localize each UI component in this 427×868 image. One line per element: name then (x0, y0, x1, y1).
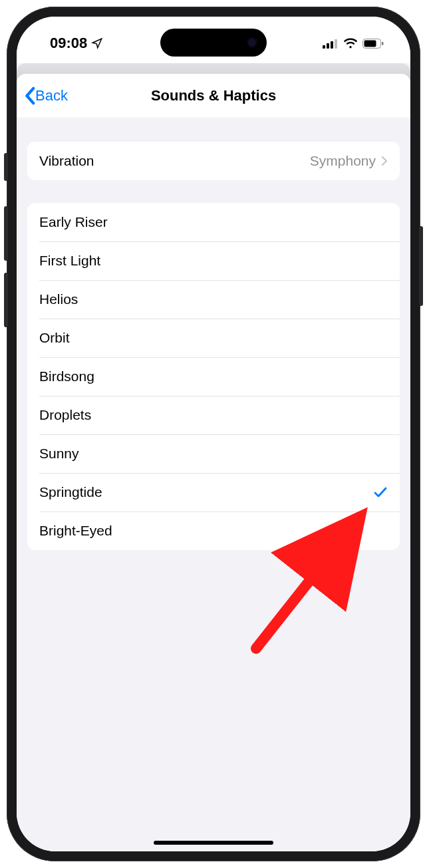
settings-sheet: Back Sounds & Haptics Vibration Symphony (17, 74, 410, 851)
sound-label: Orbit (39, 330, 70, 346)
sound-option[interactable]: Helios (27, 280, 400, 319)
sound-label: Droplets (39, 407, 91, 423)
vibration-label: Vibration (39, 153, 94, 169)
location-icon (91, 37, 103, 49)
sound-label: First Light (39, 253, 100, 269)
sound-option[interactable]: Springtide (27, 473, 400, 511)
sound-option[interactable]: Early Riser (27, 203, 400, 241)
sound-label: Early Riser (39, 214, 108, 230)
vibration-value: Symphony (310, 153, 376, 169)
sound-option[interactable]: Orbit (27, 319, 400, 357)
vibration-group: Vibration Symphony (27, 142, 400, 180)
status-time: 09:08 (50, 35, 87, 52)
svg-rect-2 (331, 41, 333, 49)
svg-rect-1 (327, 43, 329, 49)
sound-option[interactable]: Sunny (27, 434, 400, 473)
svg-rect-3 (335, 39, 337, 49)
sound-option[interactable]: Droplets (27, 396, 400, 434)
sound-label: Helios (39, 291, 78, 307)
phone-frame: 09:08 (7, 7, 420, 861)
front-camera (247, 37, 257, 48)
chevron-right-icon (381, 156, 388, 166)
sound-label: Birdsong (39, 368, 94, 384)
sound-label: Springtide (39, 484, 102, 500)
battery-icon (362, 39, 384, 49)
back-button[interactable]: Back (21, 74, 72, 117)
mute-switch (4, 153, 8, 181)
sounds-group: Early RiserFirst LightHeliosOrbitBirdson… (27, 203, 400, 550)
sound-option[interactable]: Birdsong (27, 357, 400, 396)
checkmark-icon (373, 486, 388, 499)
home-indicator[interactable] (154, 841, 273, 845)
nav-bar: Back Sounds & Haptics (17, 74, 410, 118)
power-button (419, 226, 423, 306)
vibration-cell[interactable]: Vibration Symphony (27, 142, 400, 180)
wifi-icon (343, 38, 358, 49)
dynamic-island (160, 29, 267, 57)
cellular-icon (323, 39, 339, 49)
volume-down-button (4, 273, 8, 327)
sound-option[interactable]: Bright-Eyed (27, 511, 400, 550)
svg-rect-0 (323, 45, 325, 49)
back-label: Back (35, 87, 68, 104)
svg-rect-5 (364, 40, 376, 47)
page-title: Sounds & Haptics (151, 87, 276, 104)
volume-up-button (4, 206, 8, 261)
screen: 09:08 (17, 17, 410, 851)
sound-label: Bright-Eyed (39, 523, 112, 539)
sound-option[interactable]: First Light (27, 241, 400, 280)
sound-label: Sunny (39, 446, 79, 462)
svg-rect-6 (382, 42, 384, 45)
